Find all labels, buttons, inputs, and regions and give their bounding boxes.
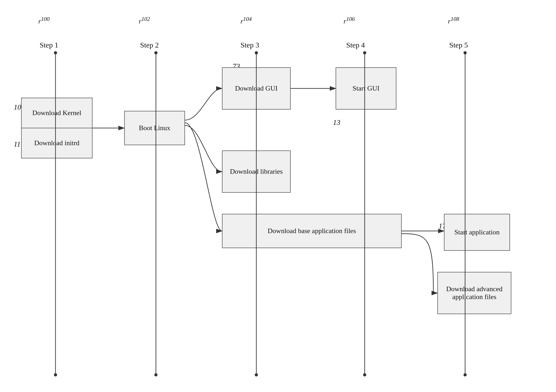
step5-label: Step 5 xyxy=(449,41,468,49)
diagram-container: Step 1 Step 2 Step 3 Step 4 Step 5 r100 … xyxy=(0,0,556,392)
ref-11: 11 xyxy=(14,140,21,148)
box-download-gui: Download GUI xyxy=(222,67,291,110)
svg-point-9 xyxy=(255,373,258,376)
download-initrd-label: Download initrd xyxy=(22,128,92,158)
step2-label: Step 2 xyxy=(140,41,159,49)
step4-label: Step 4 xyxy=(346,41,365,49)
box-download-libraries: Download libraries xyxy=(222,150,291,193)
download-kernel-label: Download Kernel xyxy=(22,98,92,128)
svg-point-3 xyxy=(54,373,57,376)
svg-point-8 xyxy=(255,51,258,54)
step3-label: Step 3 xyxy=(240,41,259,49)
ref-106: r106 xyxy=(344,16,355,25)
svg-point-6 xyxy=(154,373,157,376)
svg-point-5 xyxy=(154,51,157,54)
step1-label: Step 1 xyxy=(40,41,58,49)
box-start-application: Start application xyxy=(444,214,510,251)
box-download-advanced: Download advanced application files xyxy=(437,272,511,314)
ref-13-sg: 13 xyxy=(333,118,340,127)
svg-point-14 xyxy=(464,51,467,54)
svg-point-11 xyxy=(363,51,366,54)
ref-10: 10 xyxy=(14,103,21,111)
box-download-base-app: Download base application files xyxy=(222,214,402,248)
svg-point-2 xyxy=(54,51,57,54)
ref-102: r102 xyxy=(139,16,150,25)
svg-point-15 xyxy=(464,373,467,376)
ref-104: r104 xyxy=(240,16,252,25)
ref-108: r108 xyxy=(448,16,459,25)
ref-100: r100 xyxy=(38,16,50,25)
box-kernel-initrd: Download Kernel Download initrd xyxy=(21,98,92,158)
svg-point-12 xyxy=(363,373,366,376)
box-start-gui: Start GUI xyxy=(336,67,396,110)
box-boot-linux: Boot Linux xyxy=(124,111,185,145)
diagram-arrows xyxy=(0,0,556,392)
